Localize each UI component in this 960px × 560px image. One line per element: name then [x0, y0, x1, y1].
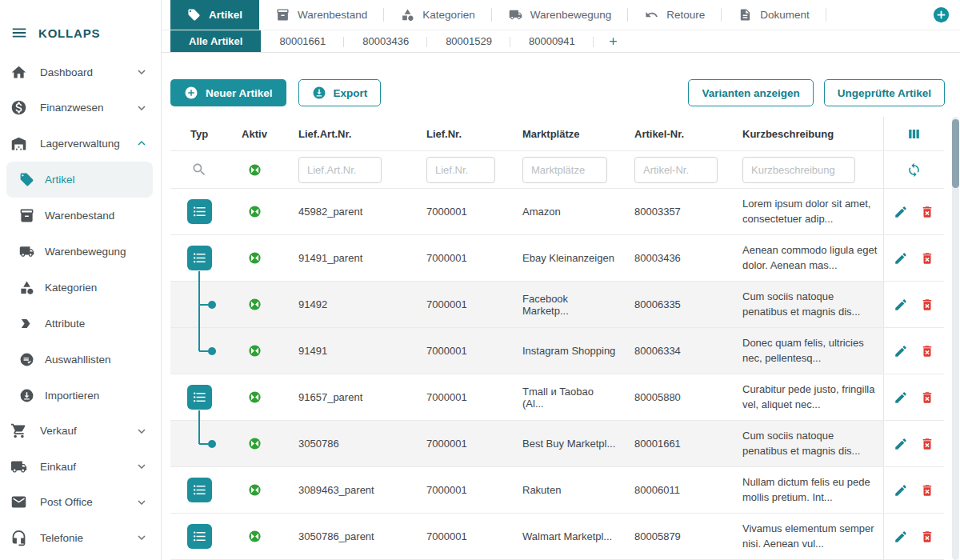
column-header-lief-art-nr[interactable]: Lief.Art.Nr.: [281, 117, 409, 150]
list-icon: [192, 390, 207, 405]
edit-icon[interactable]: [894, 483, 908, 498]
column-header-artikel-nr[interactable]: Artikel-Nr.: [617, 117, 725, 150]
marktplatz-value: Rakuten: [505, 467, 617, 513]
chevron-down-icon: [134, 495, 149, 510]
filter-lief-art-nr-input[interactable]: [298, 157, 382, 183]
edit-icon[interactable]: [894, 344, 908, 358]
sidebar-item-kategorien[interactable]: Kategorien: [6, 270, 153, 306]
edit-icon[interactable]: [894, 251, 908, 266]
vertical-scrollbar[interactable]: [952, 117, 959, 560]
sidebar-item-lagerverwaltung[interactable]: Lagerverwaltung: [0, 126, 161, 162]
search-icon[interactable]: [191, 162, 207, 178]
delete-icon[interactable]: [920, 390, 934, 405]
chevron-down-icon: [134, 459, 149, 474]
subtab-80000941[interactable]: 80000941: [510, 30, 594, 52]
edit-icon[interactable]: [894, 205, 908, 219]
add-tab-icon[interactable]: [933, 6, 950, 23]
add-subtab-button[interactable]: [594, 30, 633, 52]
sidebar-item-post-office[interactable]: Post Office: [0, 485, 161, 521]
list-icon: [192, 204, 207, 219]
subtab-80001529[interactable]: 80001529: [427, 30, 510, 52]
edit-icon[interactable]: [894, 437, 908, 451]
edit-icon[interactable]: [894, 530, 908, 544]
hamburger-menu-icon[interactable]: [10, 24, 28, 42]
active-status-icon: [248, 530, 262, 543]
plus-circle-icon: [184, 86, 198, 100]
table-row: 91491 7000001 Instagram Shopping 8000633…: [170, 328, 944, 374]
article-type-button[interactable]: [187, 385, 212, 410]
filter-kurzbeschreibung-input[interactable]: [742, 157, 855, 183]
sidebar: KOLLAPS Dashboard Finanzwesen Lagerverwa…: [0, 0, 162, 560]
delete-icon[interactable]: [920, 530, 934, 544]
unchecked-articles-button[interactable]: Ungeprüfte Artikel: [824, 79, 945, 106]
lief-art-nr-value: 91492: [281, 282, 409, 327]
sidebar-item-warenbewegung[interactable]: Warenbewegung: [6, 234, 153, 270]
sidebar-item-auswahllisten[interactable]: Auswahllisten: [6, 342, 153, 378]
edit-icon[interactable]: [894, 298, 908, 312]
subtab-alle-artikel[interactable]: Alle Artikel: [170, 30, 261, 52]
tab-warenbestand[interactable]: Warenbestand: [259, 0, 384, 30]
lief-nr-value: 7000001: [409, 189, 505, 234]
delete-icon[interactable]: [920, 298, 934, 312]
column-header-aktiv[interactable]: Aktiv: [228, 117, 281, 150]
module-tabbar: Artikel Warenbestand Kategorien Warenbew…: [162, 0, 960, 30]
marktplatz-value: Ebay Kleinanzeigen: [505, 235, 617, 281]
delete-icon[interactable]: [920, 251, 934, 266]
tab-kategorien[interactable]: Kategorien: [384, 0, 491, 30]
filter-marktplaetze-input[interactable]: [522, 157, 607, 183]
tab-warenbewegung[interactable]: Warenbewegung: [492, 0, 629, 30]
artikel-nr-value: 80006335: [617, 282, 725, 327]
delete-icon[interactable]: [920, 205, 934, 219]
tree-connector: [198, 327, 200, 351]
sidebar-item-telefonie[interactable]: Telefonie: [0, 520, 161, 556]
article-type-button[interactable]: [187, 246, 212, 270]
article-type-button[interactable]: [187, 478, 212, 502]
article-type-button[interactable]: [187, 524, 212, 549]
article-type-button[interactable]: [187, 199, 212, 224]
sidebar-item-dashboard[interactable]: Dashboard: [0, 54, 161, 90]
sidebar-item-verkauf[interactable]: Verkauf: [0, 414, 161, 450]
marktplatz-value: Tmall и Taobao (Al...: [505, 374, 617, 420]
refresh-icon[interactable]: [906, 162, 922, 178]
column-header-kurzbeschreibung[interactable]: Kurzbeschreibung: [725, 117, 883, 150]
headset-icon: [10, 530, 27, 546]
delete-icon[interactable]: [920, 483, 934, 498]
column-header-lief-nr[interactable]: Lief.Nr.: [409, 117, 505, 150]
tab-dokument[interactable]: Dokument: [722, 0, 826, 30]
sidebar-item-artikel[interactable]: Artikel: [6, 162, 153, 198]
column-header-typ[interactable]: Typ: [170, 117, 228, 150]
home-icon: [10, 64, 27, 81]
filter-lief-nr-input[interactable]: [426, 157, 495, 183]
edit-icon[interactable]: [894, 390, 908, 405]
show-variants-button[interactable]: Varianten anzeigen: [688, 79, 813, 106]
sidebar-item-importieren[interactable]: Importieren: [6, 378, 153, 414]
active-filter-icon[interactable]: [248, 163, 262, 177]
sidebar-item-attribute[interactable]: Attribute: [6, 306, 153, 342]
delete-icon[interactable]: [920, 437, 934, 451]
sidebar-item-finanzwesen[interactable]: Finanzwesen: [0, 90, 161, 126]
chevron-down-icon: [134, 101, 149, 115]
delete-icon[interactable]: [920, 344, 934, 358]
lief-art-nr-value: 45982_parent: [281, 189, 409, 234]
export-button[interactable]: Export: [298, 79, 382, 106]
tab-artikel[interactable]: Artikel: [170, 0, 259, 30]
tab-retoure[interactable]: Retoure: [628, 0, 722, 30]
kurzbeschreibung-value: Cum sociis natoque penatibus et magnis d…: [725, 421, 883, 466]
sidebar-item-warenbestand[interactable]: Warenbestand: [6, 198, 153, 234]
columns-icon[interactable]: [906, 126, 922, 142]
active-status-icon: [248, 344, 262, 358]
table-row: 45982_parent 7000001 Amazon 80003357 Lor…: [170, 189, 944, 235]
inventory-icon: [19, 208, 34, 223]
column-header-marktplaetze[interactable]: Marktplätze: [505, 117, 617, 150]
subtab-80001661[interactable]: 80001661: [261, 30, 344, 52]
filter-artikel-nr-input[interactable]: [634, 157, 718, 183]
table-filter-row: [170, 151, 944, 189]
new-article-button[interactable]: Neuer Artikel: [170, 79, 286, 106]
subtab-80003436[interactable]: 80003436: [344, 30, 427, 52]
artikel-nr-value: 80005880: [617, 374, 725, 420]
sidebar-item-einkauf[interactable]: Einkauf: [0, 449, 161, 485]
artikel-nr-value: 80006011: [617, 467, 725, 513]
truck-icon: [10, 458, 27, 475]
scrollbar-thumb[interactable]: [952, 119, 959, 188]
lief-nr-value: 7000001: [409, 374, 505, 420]
